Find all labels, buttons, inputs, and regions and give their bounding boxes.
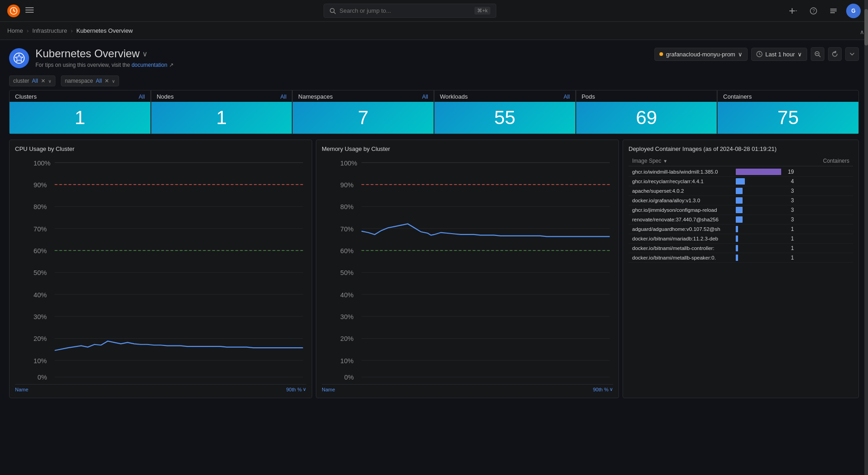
memory-percentile-dropdown[interactable]: 90th % ∨ [593,386,613,392]
row-count: 3 [785,216,794,223]
memory-chart-panel: Memory Usage by Cluster 100% 90% 80% 70%… [316,140,619,398]
namespace-filter-chevron[interactable]: ∨ [112,79,115,84]
stat-nodes-title: Nodes [157,93,174,100]
filter-row: cluster All ✕ ∨ namespace All ✕ ∨ [0,72,868,90]
row-bar [736,226,738,232]
datasource-selector[interactable]: grafanacloud-monyu-prom ∨ [654,48,747,61]
row-bar-area [736,188,781,194]
svg-text:30%: 30% [340,313,354,320]
svg-text:?: ? [813,9,815,14]
stat-nodes-value-box: 1 [151,102,292,134]
cluster-filter-clear[interactable]: ✕ [41,78,45,84]
svg-text:80%: 80% [34,203,47,210]
svg-rect-1 [25,7,34,8]
row-bar-area [736,245,781,251]
container-table-body: ghcr.io/windmill-labs/windmill:1.385.0 1… [629,167,853,263]
row-image-name: ghcr.io/recyclarr/recyclarr:4.4.1 [632,179,732,184]
svg-text:70%: 70% [34,225,47,233]
zoom-out-button[interactable] [811,47,824,61]
dashboard-controls: grafanacloud-monyu-prom ∨ Last 1 hour ∨ [654,47,859,61]
row-bar [736,169,781,175]
svg-text:90%: 90% [340,181,354,189]
svg-text:40%: 40% [340,291,354,299]
row-bar [736,216,743,223]
stat-workloads-value-box: 55 [434,102,575,134]
row-bar [736,255,738,261]
svg-text:10%: 10% [340,357,354,365]
row-image-name: ghcr.io/windmill-labs/windmill:1.385.0 [632,169,732,175]
row-bar [736,235,738,242]
search-input[interactable] [339,7,471,14]
cpu-percentile-dropdown[interactable]: 90th % ∨ [286,386,306,392]
table-row: ghcr.io/recyclarr/recyclarr:4.4.1 4 [629,177,853,186]
refresh-button[interactable] [828,47,842,61]
stat-clusters-value: 1 [75,108,85,127]
stat-pods-value: 69 [636,108,657,127]
svg-text:0%: 0% [38,374,47,381]
cluster-filter[interactable]: cluster All ✕ ∨ [9,75,55,86]
time-chevron: ∨ [798,51,802,58]
svg-text:50%: 50% [340,269,354,276]
table-row: renovate/renovate:37.440.7@sha256 3 [629,215,853,225]
stat-nodes-link[interactable]: All [280,94,286,100]
stat-namespaces-link[interactable]: All [422,94,428,100]
breadcrumb-infrastructure[interactable]: Infrastructure [32,27,67,34]
scroll-thumb[interactable] [864,9,868,45]
svg-line-5 [334,12,336,14]
svg-text:50%: 50% [34,269,47,276]
stat-clusters: Clusters All 1 [9,90,151,134]
docs-link[interactable]: documentation [131,62,167,68]
time-range-selector[interactable]: Last 1 hour ∨ [751,48,807,61]
row-count: 3 [785,207,794,213]
row-image-name: ghcr.io/jimmidyson/configmap-reload [632,207,732,213]
svg-marker-14 [15,55,23,61]
help-button[interactable]: ? [806,4,821,18]
namespace-filter-clear[interactable]: ✕ [105,78,109,84]
cluster-filter-chevron[interactable]: ∨ [48,79,51,84]
cpu-chart-panel: CPU Usage by Cluster 100% 90% 80% 70% 60… [9,140,312,398]
search-bar[interactable]: ⌘+k [324,4,496,18]
stat-namespaces: Namespaces All 7 [292,90,434,134]
breadcrumb-home[interactable]: Home [7,27,23,34]
stat-containers: Containers 75 [717,90,859,134]
table-row: ghcr.io/windmill-labs/windmill:1.385.0 1… [629,167,853,177]
svg-text:80%: 80% [340,203,354,210]
row-image-name: docker.io/bitnami/mariadb:11.2.3-deb [632,236,732,241]
namespace-filter-label: namespace [65,78,93,84]
more-options-button[interactable] [845,47,859,61]
datasource-name: grafanacloud-monyu-prom [666,51,735,58]
table-filter-icon[interactable]: ▼ [663,159,668,164]
add-button[interactable] [786,4,801,18]
namespace-filter[interactable]: namespace All ✕ ∨ [61,75,119,86]
memory-chart-title: Memory Usage by Cluster [322,145,613,152]
stat-clusters-value-box: 1 [10,102,150,134]
search-icon [329,8,336,14]
row-count: 1 [785,245,794,251]
col-image-spec-label: Image Spec [632,158,661,164]
col-containers-label: Containers [823,158,849,164]
stat-workloads-link[interactable]: All [564,94,569,100]
title-chevron[interactable]: ∨ [142,50,148,58]
hamburger-icon[interactable] [25,6,34,16]
stat-clusters-link[interactable]: All [139,94,145,100]
cpu-chart-footer: Name 90th % ∨ [15,384,306,392]
cpu-chart-title: CPU Usage by Cluster [15,145,306,152]
container-images-panel: Deployed Container Images (as of 2024-08… [623,140,859,398]
memory-chart-area: 100% 90% 80% 70% 60% 50% 40% 30% 20% 10%… [322,156,613,382]
row-image-name: docker.io/grafana/alloy:v1.3.0 [632,198,732,203]
svg-rect-10 [830,9,837,10]
svg-text:30%: 30% [34,313,47,320]
svg-text:10%: 10% [34,357,47,365]
user-avatar[interactable]: G [846,4,861,18]
grafana-logo[interactable] [7,5,20,17]
row-bar-area [736,169,781,175]
scrollbar[interactable] [864,0,868,475]
stat-namespaces-value: 7 [358,108,368,127]
feed-button[interactable] [826,4,841,18]
svg-rect-11 [830,10,837,11]
stat-containers-title: Containers [723,93,752,100]
stat-clusters-title: Clusters [15,93,37,100]
time-range-label: Last 1 hour [765,51,795,58]
row-count: 1 [785,226,794,232]
row-image-name: apache/superset:4.0.2 [632,188,732,194]
